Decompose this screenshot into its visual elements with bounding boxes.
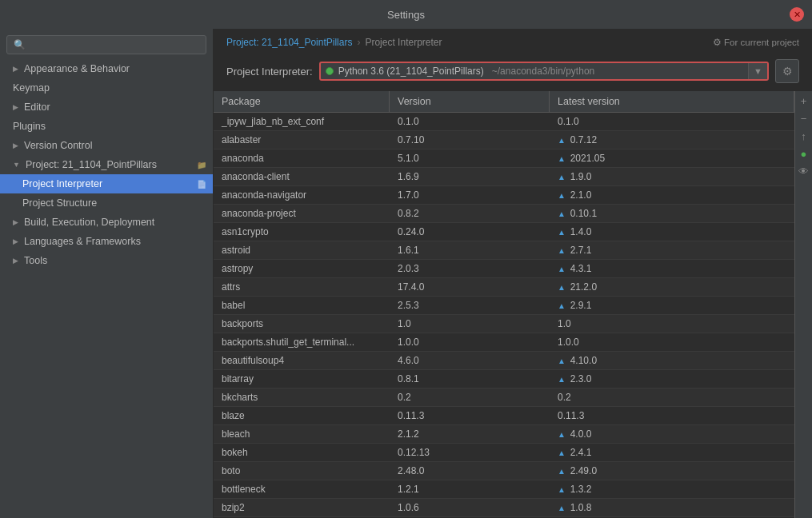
update-arrow-icon: ▲	[558, 504, 568, 512]
cell-version: 4.6.0	[390, 352, 550, 369]
cell-version: 1.6.1	[390, 241, 550, 259]
arrow-icon: ▶	[13, 65, 18, 73]
sidebar-item-label: Project Interpreter	[22, 178, 102, 189]
action-bar: + − ↑ ● 👁	[794, 91, 812, 518]
table-row[interactable]: anaconda-project0.8.2▲ 0.10.1	[214, 205, 794, 223]
table-row[interactable]: asn1crypto0.24.0▲ 1.4.0	[214, 223, 794, 241]
sidebar-item-plugins[interactable]: Plugins	[0, 117, 213, 136]
sidebar-item-appearance[interactable]: ▶Appearance & Behavior	[0, 59, 213, 78]
col-header-latest: Latest version	[550, 91, 794, 112]
table-body: _ipyw_jlab_nb_ext_conf0.1.00.1.0alabaste…	[214, 113, 794, 517]
cell-latest: ▲ 21.2.0	[550, 278, 794, 296]
search-box[interactable]: 🔍	[6, 35, 206, 54]
sidebar-item-label: Tools	[24, 255, 47, 266]
breadcrumb-project[interactable]: Project: 21_1104_PointPillars	[226, 37, 352, 48]
cell-latest: ▲ 1.3.2	[550, 480, 794, 498]
table-row[interactable]: backports.shutil_get_terminal...1.0.01.0…	[214, 333, 794, 352]
update-arrow-icon: ▲	[558, 191, 568, 200]
arrow-icon: ▶	[13, 237, 18, 245]
sidebar-item-project[interactable]: ▼Project: 21_1104_PointPillars📁	[0, 155, 213, 174]
table-row[interactable]: anaconda5.1.0▲ 2021.05	[214, 149, 794, 168]
cell-version: 0.1.0	[390, 113, 550, 130]
cell-package: backports	[214, 315, 390, 333]
interpreter-select-inner: Python 3.6 (21_1104_PointPillars) ~/anac…	[321, 63, 748, 79]
sidebar-item-keymap[interactable]: Keymap	[0, 78, 213, 98]
cell-latest: ▲ 4.0.0	[550, 425, 794, 443]
table-row[interactable]: _ipyw_jlab_nb_ext_conf0.1.00.1.0	[214, 113, 794, 131]
cell-latest: ▲ 1.0.8	[550, 499, 794, 516]
sidebar-item-label: Project: 21_1104_PointPillars	[26, 159, 157, 170]
cell-package: bitarray	[214, 370, 390, 388]
show-packages-button[interactable]: 👁	[796, 163, 812, 179]
sidebar-item-label: Keymap	[13, 82, 50, 94]
update-arrow-icon: ▲	[558, 246, 568, 255]
table-row[interactable]: bottleneck1.2.1▲ 1.3.2	[214, 480, 794, 499]
table-row[interactable]: anaconda-client1.6.9▲ 1.9.0	[214, 168, 794, 186]
sidebar-item-languages[interactable]: ▶Languages & Frameworks	[0, 232, 213, 251]
table-row[interactable]: alabaster0.7.10▲ 0.7.12	[214, 131, 794, 149]
cell-version: 0.2	[390, 388, 550, 406]
table-row[interactable]: beautifulsoup44.6.0▲ 4.10.0	[214, 352, 794, 370]
table-row[interactable]: bitarray0.8.1▲ 2.3.0	[214, 370, 794, 388]
add-package-button[interactable]: +	[796, 93, 812, 109]
interpreter-settings-button[interactable]: ⚙	[775, 59, 799, 83]
cell-version: 0.8.1	[390, 370, 550, 388]
table-wrapper: Package Version Latest version _ipyw_jla…	[214, 91, 812, 518]
sidebar-item-editor[interactable]: ▶Editor	[0, 98, 213, 117]
table-row[interactable]: backports1.01.0	[214, 315, 794, 333]
cell-version: 0.8.2	[390, 205, 550, 222]
cell-package: babel	[214, 297, 390, 314]
auto-update-button[interactable]: ●	[796, 145, 812, 161]
right-panel: Project: 21_1104_PointPillars › Project …	[214, 29, 812, 518]
sidebar-item-project-structure[interactable]: Project Structure	[0, 193, 213, 213]
remove-package-button[interactable]: −	[796, 110, 812, 126]
close-button[interactable]: ✕	[790, 7, 804, 22]
update-arrow-icon: ▲	[558, 485, 568, 494]
table-row[interactable]: bzip21.0.6▲ 1.0.8	[214, 499, 794, 517]
interpreter-select-wrapper[interactable]: Python 3.6 (21_1104_PointPillars) ~/anac…	[319, 62, 769, 81]
sidebar-item-label: Project Structure	[22, 197, 97, 209]
table-row[interactable]: astropy2.0.3▲ 4.3.1	[214, 260, 794, 278]
table-row[interactable]: bokeh0.12.13▲ 2.4.1	[214, 444, 794, 462]
table-row[interactable]: blaze0.11.30.11.3	[214, 407, 794, 425]
cell-package: blaze	[214, 407, 390, 424]
table-row[interactable]: attrs17.4.0▲ 21.2.0	[214, 278, 794, 297]
cell-package: backports.shutil_get_terminal...	[214, 333, 390, 351]
sidebar-item-project-interpreter[interactable]: Project Interpreter📄	[0, 174, 213, 193]
interpreter-dropdown-arrow[interactable]: ▼	[748, 63, 767, 79]
sidebar-item-version-control[interactable]: ▶Version Control	[0, 136, 213, 155]
cell-version: 17.4.0	[390, 278, 550, 296]
title-bar: Settings ✕	[0, 0, 812, 29]
interpreter-name: Python 3.6 (21_1104_PointPillars)	[338, 66, 484, 77]
table-row[interactable]: astroid1.6.1▲ 2.7.1	[214, 241, 794, 260]
cell-version: 1.0.6	[390, 499, 550, 516]
table-row[interactable]: bleach2.1.2▲ 4.0.0	[214, 425, 794, 444]
sidebar-items-container: ▶Appearance & BehaviorKeymap▶EditorPlugi…	[0, 59, 213, 270]
table-row[interactable]: babel2.5.3▲ 2.9.1	[214, 297, 794, 315]
interpreter-status-dot	[326, 67, 334, 75]
sidebar-item-build[interactable]: ▶Build, Execution, Deployment	[0, 213, 213, 232]
table-row[interactable]: boto2.48.0▲ 2.49.0	[214, 462, 794, 480]
interpreter-path: ~/anaconda3/bin/python	[492, 66, 594, 77]
update-arrow-icon: ▲	[558, 136, 568, 145]
sidebar-item-tools[interactable]: ▶Tools	[0, 251, 213, 270]
sidebar: 🔍 ▶Appearance & BehaviorKeymap▶EditorPlu…	[0, 29, 214, 518]
table-header: Package Version Latest version	[214, 91, 794, 113]
search-input[interactable]	[30, 39, 199, 50]
cell-latest: ▲ 2.3.0	[550, 370, 794, 388]
col-header-package: Package	[214, 91, 390, 112]
sidebar-item-label: Plugins	[13, 121, 46, 132]
cell-latest: ▲ 2.9.1	[550, 297, 794, 314]
arrow-icon: ▼	[13, 161, 20, 169]
sidebar-item-label: Editor	[24, 102, 50, 113]
cell-package: attrs	[214, 278, 390, 296]
package-table[interactable]: Package Version Latest version _ipyw_jla…	[214, 91, 794, 518]
update-package-button[interactable]: ↑	[796, 128, 812, 144]
main-content: 🔍 ▶Appearance & BehaviorKeymap▶EditorPlu…	[0, 29, 812, 518]
cell-version: 1.6.9	[390, 168, 550, 185]
col-header-version: Version	[390, 91, 550, 112]
update-arrow-icon: ▲	[558, 430, 568, 439]
table-row[interactable]: anaconda-navigator1.7.0▲ 2.1.0	[214, 186, 794, 205]
table-row[interactable]: bkcharts0.20.2	[214, 388, 794, 407]
cell-version: 1.0.0	[390, 333, 550, 351]
